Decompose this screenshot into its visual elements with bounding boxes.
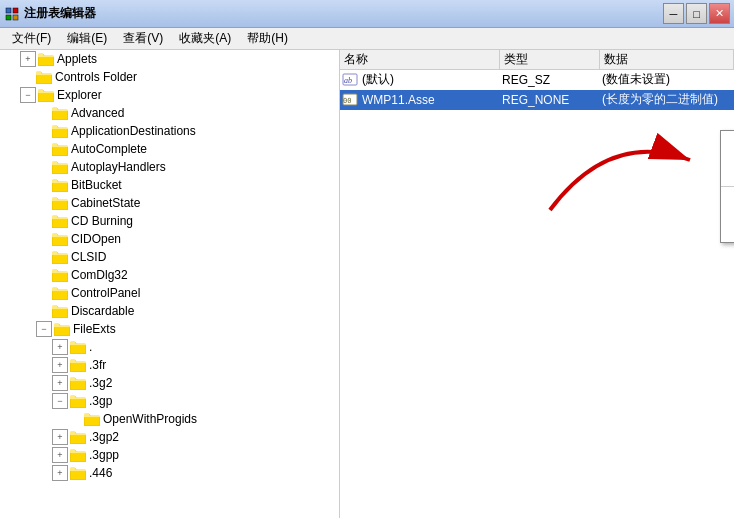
menu-help[interactable]: 帮助(H) bbox=[239, 28, 296, 50]
context-menu-separator bbox=[721, 186, 734, 187]
tree-item[interactable]: Advanced bbox=[0, 104, 339, 122]
tree-item-label: Discardable bbox=[71, 304, 134, 318]
folder-icon bbox=[70, 466, 86, 480]
tree-expander-collapsed[interactable]: + bbox=[52, 357, 68, 373]
tree-item-label: .3gp bbox=[89, 394, 112, 408]
menu-file[interactable]: 文件(F) bbox=[4, 28, 59, 50]
folder-icon bbox=[52, 160, 68, 174]
right-panel: 名称 类型 数据 ab (默认)REG_SZ(数值未设置) 00 WMP11.A… bbox=[340, 50, 734, 518]
folder-icon bbox=[84, 412, 100, 426]
tree-item[interactable]: + .3fr bbox=[0, 356, 339, 374]
tree-item[interactable]: Controls Folder bbox=[0, 68, 339, 86]
tree-expander-expanded[interactable]: − bbox=[36, 321, 52, 337]
col-header-name: 名称 bbox=[340, 50, 500, 69]
tree-panel: + Applets Controls Folder− Explorer Adva… bbox=[0, 50, 340, 518]
tree-item[interactable]: + . bbox=[0, 338, 339, 356]
tree-item-label: .3fr bbox=[89, 358, 106, 372]
registry-item[interactable]: ab (默认)REG_SZ(数值未设置) bbox=[340, 70, 734, 90]
tree-item[interactable]: − FileExts bbox=[0, 320, 339, 338]
tree-expander-collapsed[interactable]: + bbox=[52, 429, 68, 445]
tree-item[interactable]: CabinetState bbox=[0, 194, 339, 212]
tree-item-label: ApplicationDestinations bbox=[71, 124, 196, 138]
tree-item[interactable]: + Applets bbox=[0, 50, 339, 68]
folder-icon bbox=[54, 322, 70, 336]
menu-edit[interactable]: 编辑(E) bbox=[59, 28, 115, 50]
tree-expander-collapsed[interactable]: + bbox=[52, 375, 68, 391]
tree-item[interactable]: ApplicationDestinations bbox=[0, 122, 339, 140]
reg-entry-type: REG_SZ bbox=[502, 73, 602, 87]
tree-expander-collapsed[interactable]: + bbox=[20, 51, 36, 67]
tree-expander-expanded[interactable]: − bbox=[20, 87, 36, 103]
svg-text:00: 00 bbox=[343, 97, 351, 105]
tree-item-label: Advanced bbox=[71, 106, 124, 120]
context-menu-item[interactable]: 重命名(R) bbox=[721, 215, 734, 240]
tree-item[interactable]: − Explorer bbox=[0, 86, 339, 104]
col-header-type: 类型 bbox=[500, 50, 600, 69]
tree-item[interactable]: AutoplayHandlers bbox=[0, 158, 339, 176]
main-container: + Applets Controls Folder− Explorer Adva… bbox=[0, 50, 734, 518]
tree-item[interactable]: CIDOpen bbox=[0, 230, 339, 248]
tree-item-label: Explorer bbox=[57, 88, 102, 102]
tree-item[interactable]: ComDlg32 bbox=[0, 266, 339, 284]
context-menu-item[interactable]: 删除(D) bbox=[721, 190, 734, 215]
tree-item-label: CabinetState bbox=[71, 196, 140, 210]
tree-item[interactable]: + .3gp2 bbox=[0, 428, 339, 446]
tree-scroll[interactable]: + Applets Controls Folder− Explorer Adva… bbox=[0, 50, 339, 518]
folder-icon bbox=[70, 394, 86, 408]
folder-icon bbox=[70, 376, 86, 390]
tree-item[interactable]: OpenWithProgids bbox=[0, 410, 339, 428]
folder-icon bbox=[52, 304, 68, 318]
tree-item[interactable]: ControlPanel bbox=[0, 284, 339, 302]
menu-favorites[interactable]: 收藏夹(A) bbox=[171, 28, 239, 50]
tree-item[interactable]: Discardable bbox=[0, 302, 339, 320]
tree-item-label: Controls Folder bbox=[55, 70, 137, 84]
folder-icon bbox=[52, 178, 68, 192]
tree-item-label: Applets bbox=[57, 52, 97, 66]
title-bar: 注册表编辑器 ─ □ ✕ bbox=[0, 0, 734, 28]
registry-item[interactable]: 00 WMP11.AsseREG_NONE(长度为零的二进制值) bbox=[340, 90, 734, 110]
tree-item-label: OpenWithProgids bbox=[103, 412, 197, 426]
folder-icon bbox=[70, 358, 86, 372]
svg-rect-0 bbox=[6, 8, 11, 13]
tree-item[interactable]: BitBucket bbox=[0, 176, 339, 194]
window-controls: ─ □ ✕ bbox=[663, 3, 730, 24]
tree-item[interactable]: + .3gpp bbox=[0, 446, 339, 464]
tree-item-label: .3gp2 bbox=[89, 430, 119, 444]
close-button[interactable]: ✕ bbox=[709, 3, 730, 24]
svg-rect-3 bbox=[13, 15, 18, 20]
tree-item-label: FileExts bbox=[73, 322, 116, 336]
tree-item[interactable]: + .3g2 bbox=[0, 374, 339, 392]
tree-expander-collapsed[interactable]: + bbox=[52, 465, 68, 481]
context-menu-item[interactable]: 修改二进制数据(B)... bbox=[721, 158, 734, 183]
reg-string-icon: ab bbox=[342, 72, 358, 88]
reg-entry-data: (长度为零的二进制值) bbox=[602, 91, 732, 108]
registry-list: ab (默认)REG_SZ(数值未设置) 00 WMP11.AsseREG_NO… bbox=[340, 70, 734, 518]
reg-entry-data: (数值未设置) bbox=[602, 71, 732, 88]
folder-icon bbox=[70, 430, 86, 444]
tree-item-label: AutoplayHandlers bbox=[71, 160, 166, 174]
menu-view[interactable]: 查看(V) bbox=[115, 28, 171, 50]
folder-icon bbox=[36, 70, 52, 84]
column-headers: 名称 类型 数据 bbox=[340, 50, 734, 70]
tree-expander-expanded[interactable]: − bbox=[52, 393, 68, 409]
maximize-button[interactable]: □ bbox=[686, 3, 707, 24]
tree-item-label: .446 bbox=[89, 466, 112, 480]
tree-item-label: AutoComplete bbox=[71, 142, 147, 156]
tree-item[interactable]: − .3gp bbox=[0, 392, 339, 410]
tree-item[interactable]: CD Burning bbox=[0, 212, 339, 230]
folder-icon bbox=[52, 268, 68, 282]
tree-item[interactable]: CLSID bbox=[0, 248, 339, 266]
tree-expander-collapsed[interactable]: + bbox=[52, 339, 68, 355]
context-menu-item[interactable]: 修改(M)... bbox=[721, 133, 734, 158]
svg-text:ab: ab bbox=[344, 76, 352, 85]
menu-bar: 文件(F) 编辑(E) 查看(V) 收藏夹(A) 帮助(H) bbox=[0, 28, 734, 50]
tree-item-label: ControlPanel bbox=[71, 286, 140, 300]
tree-expander-collapsed[interactable]: + bbox=[52, 447, 68, 463]
tree-item[interactable]: + .446 bbox=[0, 464, 339, 482]
tree-item[interactable]: AutoComplete bbox=[0, 140, 339, 158]
minimize-button[interactable]: ─ bbox=[663, 3, 684, 24]
reg-entry-name: WMP11.Asse bbox=[362, 93, 502, 107]
folder-icon bbox=[52, 196, 68, 210]
folder-icon bbox=[38, 88, 54, 102]
context-menu: 修改(M)...修改二进制数据(B)...删除(D)重命名(R) bbox=[720, 130, 734, 243]
